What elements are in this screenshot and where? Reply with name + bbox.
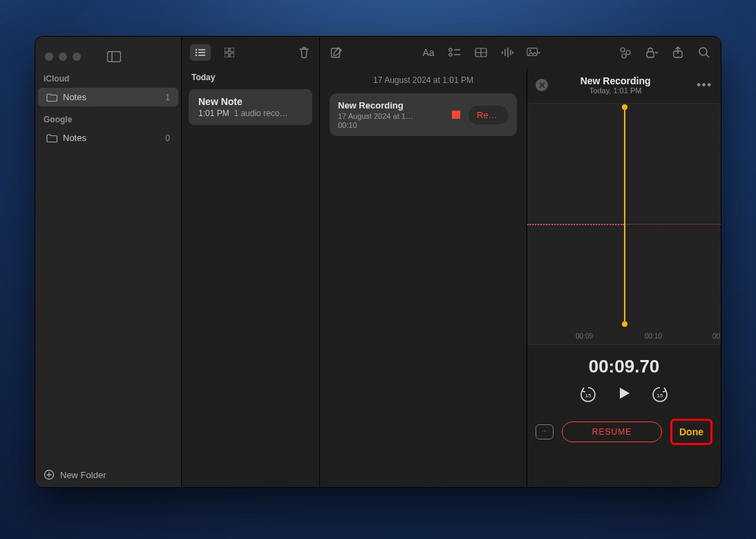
svg-point-18 xyxy=(449,53,452,56)
svg-point-35 xyxy=(699,48,707,55)
folder-icon xyxy=(46,93,57,102)
link-icon[interactable] xyxy=(618,46,632,59)
svg-rect-13 xyxy=(225,53,229,57)
waveform-recorded-segment xyxy=(527,224,624,225)
editor-column: Aa xyxy=(320,37,721,487)
note-list-item[interactable]: New Note 1:01 PM 1 audio reco… xyxy=(189,89,312,125)
time-tick: 00:09 xyxy=(576,332,593,340)
recording-title: New Recording xyxy=(541,75,690,86)
notes-app-window: iCloud Notes 1 Google Notes 0 xyxy=(35,36,721,488)
media-icon[interactable] xyxy=(527,46,540,59)
svg-point-16 xyxy=(449,48,452,51)
playhead[interactable] xyxy=(624,106,625,325)
sidebar-section-label: Google xyxy=(35,106,181,129)
toggle-sidebar-icon[interactable] xyxy=(107,51,121,62)
svg-line-36 xyxy=(706,55,709,57)
zoom-window-icon[interactable] xyxy=(73,53,81,61)
compose-icon[interactable] xyxy=(330,46,343,59)
audio-icon[interactable] xyxy=(500,46,514,59)
svg-rect-10 xyxy=(198,55,205,56)
play-icon[interactable] xyxy=(616,386,632,404)
sidebar-folder-google-notes[interactable]: Notes 0 xyxy=(38,129,178,147)
plus-circle-icon xyxy=(44,469,55,480)
svg-point-31 xyxy=(626,50,630,55)
text-format-icon[interactable]: Aa xyxy=(422,46,435,59)
note-subtitle: 1:01 PM 1 audio reco… xyxy=(198,108,303,118)
svg-rect-11 xyxy=(225,48,229,52)
date-section-label: Today xyxy=(182,68,319,86)
note-date-line: 17 August 2024 at 1:01 PM xyxy=(330,68,517,93)
record-indicator-icon xyxy=(452,111,460,119)
close-window-icon[interactable] xyxy=(45,53,53,61)
forward-15-icon[interactable]: 15 xyxy=(651,386,669,404)
sidebar-folder-icloud-notes[interactable]: Notes 1 xyxy=(38,88,178,106)
search-icon[interactable] xyxy=(697,46,711,59)
attachment-subtitle: 17 August 2024 at 1… xyxy=(338,112,444,120)
list-toolbar xyxy=(182,37,319,68)
svg-text:15: 15 xyxy=(585,393,592,399)
sidebar: iCloud Notes 1 Google Notes 0 xyxy=(35,37,182,487)
attachment-duration: 00:10 xyxy=(338,121,444,129)
svg-rect-33 xyxy=(647,52,654,57)
folder-count: 1 xyxy=(165,93,170,102)
transcript-icon[interactable]: “” xyxy=(536,424,554,439)
table-icon[interactable] xyxy=(474,46,488,59)
svg-text:15: 15 xyxy=(657,393,663,399)
folder-name: Notes xyxy=(63,92,86,102)
svg-rect-12 xyxy=(230,48,234,52)
timecode-display: 00:09.70 xyxy=(527,345,721,381)
window-controls xyxy=(35,48,181,66)
svg-rect-8 xyxy=(198,52,205,53)
share-icon[interactable] xyxy=(671,46,685,59)
more-options-icon[interactable]: ••• xyxy=(697,79,712,91)
folder-count: 0 xyxy=(165,133,170,143)
svg-point-30 xyxy=(621,48,625,52)
svg-rect-0 xyxy=(108,52,121,62)
grid-view-icon[interactable] xyxy=(219,44,240,61)
svg-point-9 xyxy=(196,55,197,56)
editor-main[interactable]: 17 August 2024 at 1:01 PM New Recording … xyxy=(320,68,527,487)
svg-rect-14 xyxy=(230,53,234,57)
resume-chip-button[interactable]: Resu… xyxy=(469,106,509,124)
new-folder-button[interactable]: New Folder xyxy=(35,462,181,487)
svg-rect-6 xyxy=(198,49,205,50)
recording-panel: ✕ New Recording Today, 1:01 PM ••• 00:09… xyxy=(527,68,721,487)
editor-toolbar: Aa xyxy=(320,37,721,68)
attachment-title: New Recording xyxy=(338,100,444,111)
lock-icon[interactable] xyxy=(645,46,659,59)
list-view-icon[interactable] xyxy=(190,44,211,61)
back-15-icon[interactable]: 15 xyxy=(579,386,597,404)
recording-subtitle: Today, 1:01 PM xyxy=(541,86,690,95)
svg-point-5 xyxy=(196,49,197,50)
svg-point-7 xyxy=(196,52,197,53)
resume-button[interactable]: RESUME xyxy=(562,422,662,442)
waveform-area[interactable]: 00:09 00:10 00 xyxy=(527,103,721,345)
sidebar-section-label: iCloud xyxy=(35,66,181,88)
folder-icon xyxy=(46,134,57,142)
svg-point-32 xyxy=(622,54,626,58)
minimize-window-icon[interactable] xyxy=(59,53,67,61)
folder-name: Notes xyxy=(63,133,86,143)
trash-icon[interactable] xyxy=(297,46,311,59)
time-tick: 00 xyxy=(712,332,720,340)
checklist-icon[interactable] xyxy=(448,46,462,59)
transport-controls: 15 15 xyxy=(527,381,721,413)
done-button[interactable]: Done xyxy=(674,422,709,442)
notes-list-column: Today New Note 1:01 PM 1 audio reco… xyxy=(182,37,320,487)
audio-attachment-chip[interactable]: New Recording 17 August 2024 at 1… 00:10… xyxy=(330,93,517,136)
svg-point-29 xyxy=(529,50,531,51)
note-title: New Note xyxy=(198,96,303,107)
time-tick: 00:10 xyxy=(645,332,662,340)
svg-text:“”: “” xyxy=(542,429,547,435)
tutorial-highlight: Done xyxy=(670,419,712,445)
new-folder-label: New Folder xyxy=(60,470,106,480)
